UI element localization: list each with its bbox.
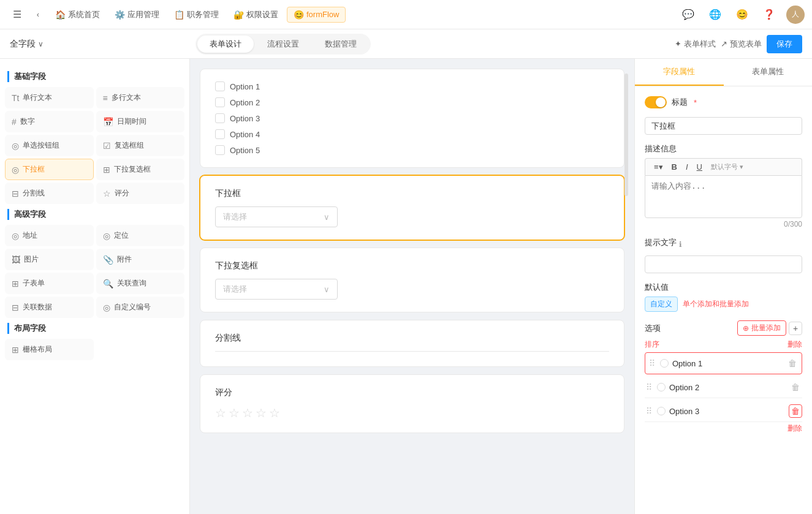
field-location[interactable]: ◎ 定位 xyxy=(96,225,185,246)
rating-card[interactable]: 评分 ☆ ☆ ☆ ☆ ☆ xyxy=(200,374,624,433)
job-icon: 📋 xyxy=(174,10,184,20)
align-tool[interactable]: ≡▾ xyxy=(650,161,667,173)
help-icon[interactable]: ❓ xyxy=(759,5,779,25)
star-3[interactable]: ☆ xyxy=(242,406,253,420)
basic-field-grid: Tt 单行文本 ≡ 多行文本 # 数字 📅 日期时间 ◎ 单选按钮组 ☑ 复选框… xyxy=(5,87,184,204)
field-subtable[interactable]: ⊞ 子表单 xyxy=(5,273,94,294)
avatar[interactable]: 人 xyxy=(786,6,805,24)
drag-icon-2[interactable]: ⠿ xyxy=(645,382,653,392)
field-attachment[interactable]: 📎 附件 xyxy=(96,249,185,270)
field-divider[interactable]: ⊟ 分割线 xyxy=(5,183,94,204)
perm-icon: 🔐 xyxy=(233,10,244,20)
field-datetime[interactable]: 📅 日期时间 xyxy=(96,111,185,132)
option-delete-1[interactable]: 🗑 xyxy=(786,357,799,370)
dropdown-card[interactable]: 下拉框 请选择 ∨ xyxy=(200,175,624,240)
option-radio-3[interactable] xyxy=(657,407,666,415)
drag-icon-1[interactable]: ⠿ xyxy=(648,358,656,368)
divider-line xyxy=(215,351,609,352)
tab-field-props[interactable]: 字段属性 xyxy=(635,59,724,86)
nav-tab-job[interactable]: 📋 职务管理 xyxy=(168,7,225,23)
italic-tool[interactable]: I xyxy=(682,161,692,173)
dropdown-multi-select[interactable]: 请选择 ∨ xyxy=(215,279,338,300)
field-checkbox[interactable]: ☑ 复选框组 xyxy=(96,135,185,156)
tab-data-mgmt[interactable]: 数据管理 xyxy=(313,36,369,53)
bold-tool[interactable]: B xyxy=(668,161,681,173)
nav-tab-home[interactable]: 🏠 系统首页 xyxy=(49,7,106,23)
radio-icon: ◎ xyxy=(12,141,19,151)
title-toggle[interactable] xyxy=(645,96,667,108)
field-image[interactable]: 🖼 图片 xyxy=(5,249,94,270)
checkbox-group-card[interactable]: Option 1 Option 2 Option 3 Option 4 Opti… xyxy=(200,69,624,168)
options-header: 选项 ⊕ 批量添加 + xyxy=(645,320,802,336)
tab-form-design[interactable]: 表单设计 xyxy=(197,36,254,53)
option-radio-1[interactable] xyxy=(660,359,669,368)
add-option-button[interactable]: + xyxy=(789,322,802,335)
option-input-3[interactable] xyxy=(669,407,785,416)
options-section: 选项 ⊕ 批量添加 + 排序 删除 xyxy=(645,320,802,434)
divider-card[interactable]: 分割线 xyxy=(200,320,624,367)
underline-tool[interactable]: U xyxy=(693,161,706,173)
star-2[interactable]: ☆ xyxy=(229,406,240,420)
checkbox-box-1[interactable] xyxy=(215,81,225,91)
nav-tab-formflow[interactable]: 😊 formFlow xyxy=(287,7,346,23)
location-icon: ◎ xyxy=(103,231,110,241)
top-nav-left: ☰ ‹ 🏠 系统首页 ⚙️ 应用管理 📋 职务管理 🔐 权限设置 😊 formF… xyxy=(7,5,676,25)
hint-input[interactable] xyxy=(645,255,802,273)
smiley-icon[interactable]: 😊 xyxy=(732,5,752,25)
drag-icon-3[interactable]: ⠿ xyxy=(645,406,653,416)
star-4[interactable]: ☆ xyxy=(256,406,267,420)
globe-icon[interactable]: 🌐 xyxy=(705,5,725,25)
option-radio-2[interactable] xyxy=(657,383,666,391)
field-assoc-data[interactable]: ⊟ 关联数据 xyxy=(5,297,94,318)
field-number[interactable]: # 数字 xyxy=(5,111,94,132)
desc-textarea[interactable] xyxy=(645,175,802,218)
preview-icon: ↗ xyxy=(721,39,727,48)
field-multi-text[interactable]: ≡ 多行文本 xyxy=(96,87,185,108)
hamburger-icon[interactable]: ☰ xyxy=(7,5,27,25)
checkbox-item-4: Option 4 xyxy=(215,129,609,139)
field-assoc-query[interactable]: 🔍 关联查询 xyxy=(96,273,185,294)
field-address[interactable]: ◎ 地址 xyxy=(5,225,94,246)
message-icon[interactable]: 💬 xyxy=(678,5,698,25)
field-rating[interactable]: ☆ 评分 xyxy=(96,183,185,204)
field-custom-num[interactable]: ◎ 自定义编号 xyxy=(96,297,185,318)
tab-form-props[interactable]: 表单属性 xyxy=(724,59,813,86)
fontsize-tool[interactable]: 默认字号 ▾ xyxy=(707,161,747,173)
checkbox-box-2[interactable] xyxy=(215,97,225,107)
option-input-2[interactable] xyxy=(669,383,785,392)
nav-tab-app[interactable]: ⚙️ 应用管理 xyxy=(108,7,165,23)
style-icon: ✦ xyxy=(675,39,681,48)
field-dropdown[interactable]: ◎ 下拉框 xyxy=(5,159,94,180)
nav-tab-perm[interactable]: 🔐 权限设置 xyxy=(227,7,284,23)
grid-layout-icon: ⊞ xyxy=(12,345,19,355)
option-delete-2[interactable]: 🗑 xyxy=(789,380,802,394)
field-single-text[interactable]: Tt 单行文本 xyxy=(5,87,94,108)
dropdown-multi-card[interactable]: 下拉复选框 请选择 ∨ xyxy=(200,248,624,312)
style-btn[interactable]: ✦ 表单样式 xyxy=(675,39,716,50)
star-1[interactable]: ☆ xyxy=(215,406,226,420)
divider-label: 分割线 xyxy=(215,333,609,344)
custom-tag[interactable]: 自定义 xyxy=(645,297,678,312)
checkbox-box-5[interactable] xyxy=(215,145,225,155)
back-icon[interactable]: ‹ xyxy=(29,6,47,23)
right-panel-tabs: 字段属性 表单属性 xyxy=(635,59,812,86)
checkbox-box-4[interactable] xyxy=(215,129,225,139)
preview-btn[interactable]: ↗ 预览表单 xyxy=(721,39,762,50)
save-button[interactable]: 保存 xyxy=(767,35,802,53)
option-delete-3[interactable]: 🗑 xyxy=(789,404,802,418)
rating-icon: ☆ xyxy=(103,189,111,198)
tab-flow-settings[interactable]: 流程设置 xyxy=(255,36,311,53)
title-input[interactable] xyxy=(645,117,802,135)
field-selector[interactable]: 全字段 ∨ xyxy=(10,39,44,50)
option-input-1[interactable] xyxy=(672,359,782,368)
field-radio[interactable]: ◎ 单选按钮组 xyxy=(5,135,94,156)
field-dropdown-multi[interactable]: ⊞ 下拉复选框 xyxy=(96,159,185,180)
star-5[interactable]: ☆ xyxy=(269,406,280,420)
default-section: 默认值 自定义 单个添加和批量添加 xyxy=(645,282,802,312)
dropdown-select[interactable]: 请选择 ∨ xyxy=(215,206,338,227)
field-grid-layout[interactable]: ⊞ 栅格布局 xyxy=(5,339,94,360)
hint-info-icon[interactable]: ℹ xyxy=(679,240,682,249)
batch-add-button[interactable]: ⊕ 批量添加 xyxy=(737,320,786,336)
option-row-1: ⠿ 🗑 xyxy=(648,354,799,372)
checkbox-box-3[interactable] xyxy=(215,113,225,123)
